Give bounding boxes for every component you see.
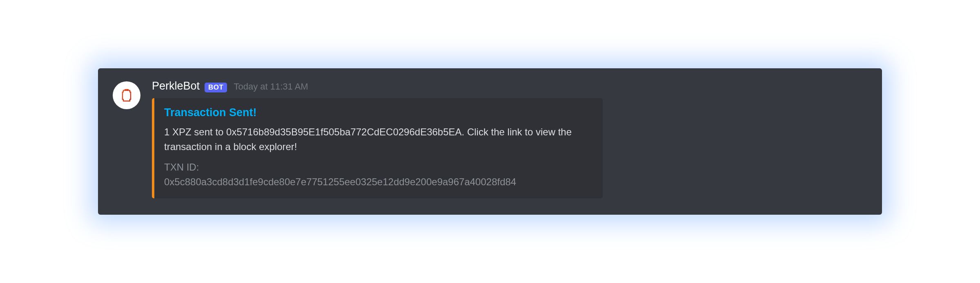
- bot-avatar-icon: [118, 87, 135, 103]
- txn-id-label: TXN ID:: [164, 160, 593, 175]
- message-content: PerkleBot BOT Today at 11:31 AM Transact…: [152, 80, 867, 198]
- user-avatar[interactable]: [113, 81, 140, 109]
- message-header: PerkleBot BOT Today at 11:31 AM: [152, 80, 867, 92]
- bot-badge: BOT: [205, 83, 227, 92]
- embed-description: 1 XPZ sent to 0x5716b89d35B95E1f505ba772…: [164, 125, 593, 154]
- message-embed: Transaction Sent! 1 XPZ sent to 0x5716b8…: [152, 98, 603, 198]
- txn-id-value: 0x5c880a3cd8d3d1fe9cde80e7e7751255ee0325…: [164, 175, 593, 189]
- discord-message: PerkleBot BOT Today at 11:31 AM Transact…: [98, 68, 882, 215]
- username[interactable]: PerkleBot: [152, 80, 200, 92]
- embed-title[interactable]: Transaction Sent!: [164, 106, 593, 119]
- message-timestamp: Today at 11:31 AM: [234, 81, 308, 92]
